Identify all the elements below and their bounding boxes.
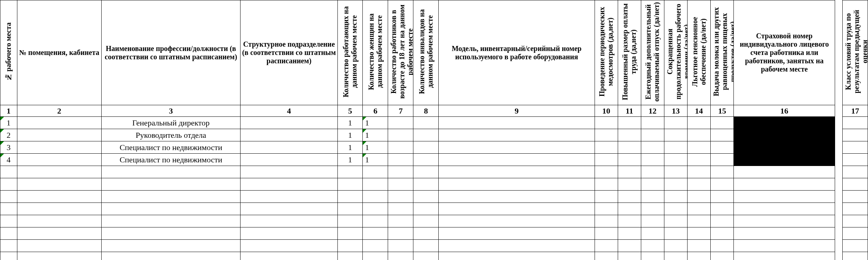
- cell[interactable]: [17, 166, 101, 178]
- cell[interactable]: [734, 191, 835, 203]
- cell-paybonus[interactable]: [618, 129, 641, 141]
- cell[interactable]: [0, 166, 17, 178]
- cell[interactable]: [439, 178, 595, 191]
- cell[interactable]: [363, 191, 388, 203]
- cell[interactable]: [17, 215, 101, 227]
- cell[interactable]: [241, 227, 337, 240]
- cell[interactable]: [842, 203, 868, 215]
- cell-milk[interactable]: [711, 141, 734, 154]
- cell-room[interactable]: [17, 129, 101, 141]
- cell-short-hours[interactable]: [664, 141, 687, 154]
- cell[interactable]: [241, 215, 337, 227]
- cell[interactable]: [337, 227, 363, 240]
- cell-paybonus[interactable]: [618, 117, 641, 129]
- cell[interactable]: [241, 178, 337, 191]
- cell[interactable]: [595, 252, 618, 260]
- cell[interactable]: [664, 203, 687, 215]
- cell-count-women[interactable]: 1: [363, 141, 388, 154]
- cell[interactable]: [618, 240, 641, 252]
- cell[interactable]: [413, 240, 439, 252]
- cell[interactable]: [337, 191, 363, 203]
- cell-paybonus[interactable]: [618, 141, 641, 154]
- cell[interactable]: [363, 252, 388, 260]
- cell[interactable]: [664, 166, 687, 178]
- cell-snils[interactable]: [734, 129, 835, 141]
- cell-department[interactable]: [241, 141, 337, 154]
- cell-count-under18[interactable]: [388, 154, 413, 166]
- cell[interactable]: [363, 166, 388, 178]
- cell-medexam[interactable]: [595, 141, 618, 154]
- cell[interactable]: [337, 203, 363, 215]
- cell[interactable]: [363, 203, 388, 215]
- cell-short-hours[interactable]: [664, 117, 687, 129]
- cell[interactable]: [842, 166, 868, 178]
- cell-profession[interactable]: Специалист по недвижимости: [101, 154, 241, 166]
- cell[interactable]: [337, 252, 363, 260]
- cell[interactable]: [734, 215, 835, 227]
- cell[interactable]: [734, 203, 835, 215]
- cell[interactable]: [688, 178, 711, 191]
- cell[interactable]: [641, 178, 664, 191]
- cell-equipment[interactable]: [439, 141, 595, 154]
- cell[interactable]: [842, 252, 868, 260]
- cell-count-workers[interactable]: 1: [337, 117, 363, 129]
- cell[interactable]: [388, 240, 413, 252]
- cell[interactable]: [0, 252, 17, 260]
- cell[interactable]: [337, 178, 363, 191]
- cell[interactable]: [241, 203, 337, 215]
- cell-department[interactable]: [241, 117, 337, 129]
- cell-pension[interactable]: [688, 141, 711, 154]
- cell[interactable]: [734, 166, 835, 178]
- cell[interactable]: [413, 227, 439, 240]
- cell[interactable]: [595, 166, 618, 178]
- cell-equipment[interactable]: [439, 129, 595, 141]
- cell[interactable]: [595, 240, 618, 252]
- cell[interactable]: [734, 240, 835, 252]
- cell[interactable]: [101, 191, 241, 203]
- cell-index[interactable]: 2: [0, 129, 17, 141]
- cell[interactable]: [842, 178, 868, 191]
- cell[interactable]: [688, 215, 711, 227]
- cell[interactable]: [711, 178, 734, 191]
- cell[interactable]: [842, 215, 868, 227]
- cell[interactable]: [711, 252, 734, 260]
- cell[interactable]: [595, 227, 618, 240]
- cell[interactable]: [439, 252, 595, 260]
- cell-department[interactable]: [241, 154, 337, 166]
- cell[interactable]: [439, 227, 595, 240]
- cell[interactable]: [0, 203, 17, 215]
- cell[interactable]: [101, 166, 241, 178]
- cell[interactable]: [17, 203, 101, 215]
- cell-class[interactable]: [842, 154, 868, 166]
- cell[interactable]: [17, 240, 101, 252]
- cell[interactable]: [413, 252, 439, 260]
- cell-count-disabled[interactable]: [413, 129, 439, 141]
- cell[interactable]: [641, 166, 664, 178]
- cell[interactable]: [439, 191, 595, 203]
- cell[interactable]: [711, 240, 734, 252]
- cell[interactable]: [0, 215, 17, 227]
- cell[interactable]: [734, 227, 835, 240]
- cell-snils[interactable]: [734, 117, 835, 129]
- cell-count-disabled[interactable]: [413, 117, 439, 129]
- cell[interactable]: [241, 240, 337, 252]
- cell[interactable]: [711, 166, 734, 178]
- cell-milk[interactable]: [711, 129, 734, 141]
- cell-count-under18[interactable]: [388, 117, 413, 129]
- cell-index[interactable]: 1: [0, 117, 17, 129]
- cell[interactable]: [413, 166, 439, 178]
- cell[interactable]: [17, 178, 101, 191]
- cell[interactable]: [641, 240, 664, 252]
- cell-profession[interactable]: Руководитель отдела: [101, 129, 241, 141]
- cell-count-workers[interactable]: 1: [337, 141, 363, 154]
- cell-pension[interactable]: [688, 129, 711, 141]
- cell-count-under18[interactable]: [388, 141, 413, 154]
- cell[interactable]: [734, 178, 835, 191]
- cell[interactable]: [337, 166, 363, 178]
- cell[interactable]: [711, 203, 734, 215]
- cell[interactable]: [641, 252, 664, 260]
- cell[interactable]: [664, 252, 687, 260]
- cell[interactable]: [641, 215, 664, 227]
- cell[interactable]: [711, 191, 734, 203]
- cell-equipment[interactable]: [439, 117, 595, 129]
